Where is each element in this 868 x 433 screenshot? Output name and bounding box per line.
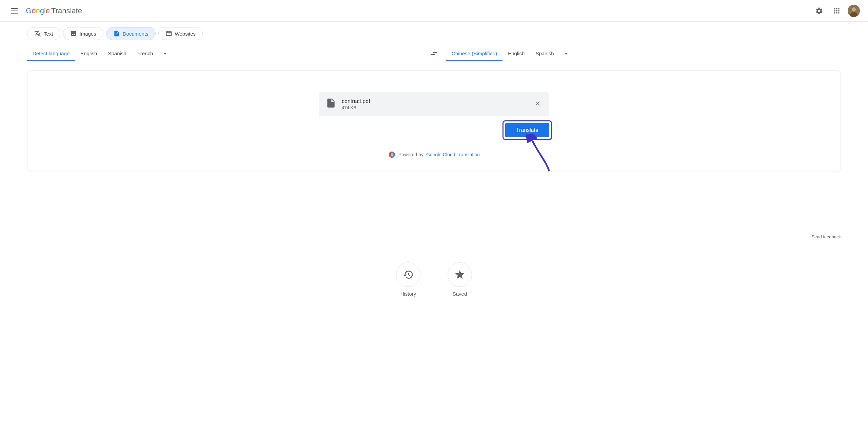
tab-images-label: Images: [80, 31, 96, 37]
tab-websites[interactable]: Websites: [158, 27, 203, 40]
source-lang-spanish[interactable]: Spanish: [102, 46, 132, 61]
file-card: contract.pdf 474 KB: [319, 92, 549, 116]
chevron-down-icon-2: [562, 50, 570, 58]
chevron-down-icon: [161, 50, 169, 58]
apps-icon: [833, 7, 841, 15]
send-feedback[interactable]: Send feedback: [0, 232, 868, 242]
saved-button[interactable]: Saved: [448, 262, 472, 297]
history-label: History: [400, 291, 416, 297]
tab-images[interactable]: Images: [63, 27, 103, 40]
target-lang-chinese[interactable]: Chinese (Simplified): [446, 46, 502, 61]
header: Google Translate: [0, 0, 868, 22]
source-lang-english[interactable]: English: [75, 46, 102, 61]
swap-icon: [430, 50, 438, 58]
saved-label: Saved: [453, 291, 467, 297]
target-language-bar: Chinese (Simplified) English Spanish: [446, 45, 841, 62]
svg-point-1: [852, 7, 856, 12]
header-left: Google Translate: [8, 5, 82, 16]
documents-icon: [113, 30, 120, 37]
source-language-bar: Detect language English Spanish French: [27, 45, 422, 62]
main-area: contract.pdf 474 KB Translate: [0, 62, 868, 232]
tab-websites-label: Websites: [175, 31, 196, 37]
source-lang-detect[interactable]: Detect language: [27, 46, 75, 61]
history-icon-circle: [396, 262, 420, 287]
history-button[interactable]: History: [396, 262, 420, 297]
logo[interactable]: Google Translate: [26, 6, 82, 15]
tab-documents-label: Documents: [123, 31, 149, 37]
apps-button[interactable]: [830, 4, 844, 18]
history-icon: [403, 269, 414, 280]
header-right: [812, 4, 860, 18]
google-cloud-icon: [388, 151, 396, 158]
hamburger-menu-button[interactable]: [8, 5, 20, 16]
translation-box: contract.pdf 474 KB Translate: [27, 70, 841, 172]
svg-point-4: [391, 154, 393, 156]
powered-by: Powered by Google Cloud Translation: [36, 151, 832, 158]
settings-button[interactable]: [812, 4, 826, 18]
translate-btn-container: Translate: [505, 123, 549, 137]
source-lang-more-button[interactable]: [158, 45, 172, 62]
star-icon: [454, 269, 465, 280]
saved-icon-circle: [448, 262, 472, 287]
target-lang-more-button[interactable]: [559, 45, 573, 62]
target-lang-english[interactable]: English: [502, 46, 530, 61]
translate-button-area: Translate: [319, 123, 549, 137]
pdf-icon: [326, 98, 336, 109]
mode-tabs: Text Images Documents Websites: [0, 22, 868, 43]
bottom-section: History Saved: [0, 242, 868, 310]
close-icon: [534, 100, 541, 107]
file-size: 474 KB: [342, 105, 370, 110]
avatar[interactable]: [848, 5, 860, 17]
websites-icon: [165, 30, 172, 37]
text-icon: [34, 30, 41, 37]
images-icon: [70, 30, 77, 37]
file-card-left: contract.pdf 474 KB: [326, 98, 370, 111]
source-lang-french[interactable]: French: [132, 46, 159, 61]
google-cloud-link[interactable]: Google Cloud Translation: [426, 152, 480, 157]
swap-languages-button[interactable]: [427, 47, 441, 60]
remove-file-button[interactable]: [533, 99, 542, 110]
tab-text-label: Text: [44, 31, 53, 37]
target-lang-spanish[interactable]: Spanish: [530, 46, 559, 61]
app-title: Translate: [51, 6, 82, 15]
gear-icon: [815, 7, 823, 15]
translate-button[interactable]: Translate: [505, 123, 549, 137]
tab-documents[interactable]: Documents: [106, 27, 156, 40]
language-selector: Detect language English Spanish French C…: [0, 45, 868, 62]
file-info: contract.pdf 474 KB: [342, 98, 370, 110]
avatar-image: [848, 5, 860, 17]
file-icon: [326, 98, 336, 111]
powered-by-text: Powered by: [398, 152, 423, 157]
file-name: contract.pdf: [342, 98, 370, 104]
language-swap: [422, 47, 446, 60]
logo-google: Google: [26, 6, 50, 15]
tab-text[interactable]: Text: [27, 27, 60, 40]
